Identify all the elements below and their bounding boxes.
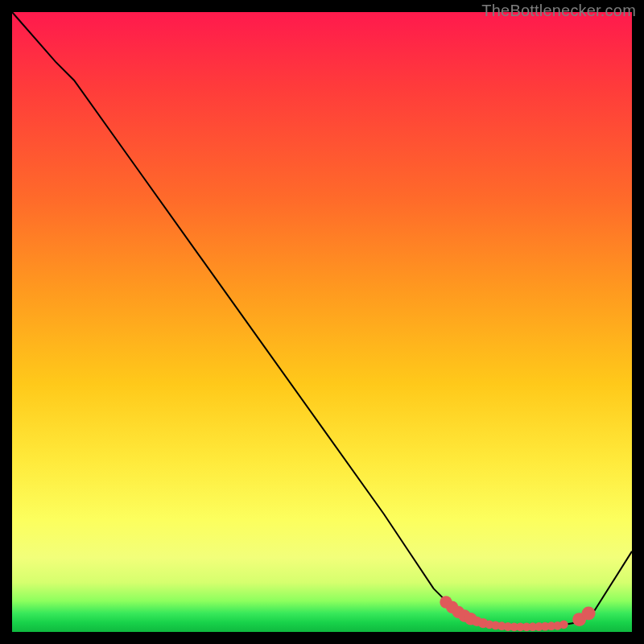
- curve-marker: [559, 620, 568, 629]
- watermark-text: TheBottlenecker.com: [481, 2, 636, 20]
- chart-plot-area: [12, 12, 632, 632]
- bottleneck-curve: [12, 12, 632, 627]
- curve-markers: [440, 596, 595, 631]
- curve-marker: [582, 606, 596, 620]
- chart-svg: [12, 12, 632, 632]
